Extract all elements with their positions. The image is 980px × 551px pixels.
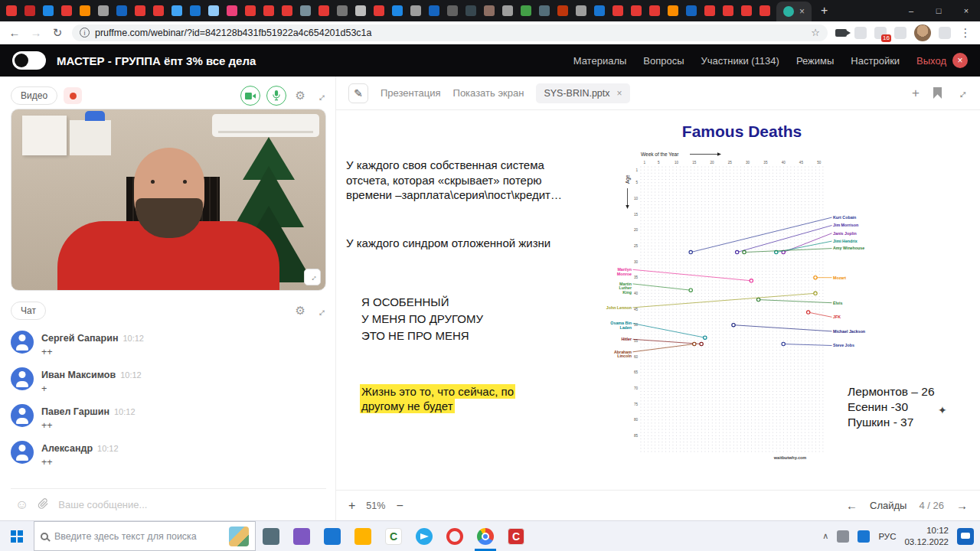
browser-tab-favicon[interactable] [80,5,90,16]
browser-tab-favicon[interactable] [318,5,329,16]
nav-participants[interactable]: Участники (1134) [701,55,779,67]
browser-tab-favicon[interactable] [760,5,770,16]
start-button[interactable] [0,521,34,551]
extension-icon-2[interactable] [894,27,906,39]
add-presentation-icon[interactable]: + [912,86,920,101]
window-maximize-button[interactable]: □ [925,0,952,21]
mic-toggle-icon[interactable] [266,86,286,106]
emoji-icon[interactable]: ☺ [15,497,28,513]
taskbar-task-view-icon[interactable] [256,521,286,551]
browser-tab-favicon[interactable] [704,5,715,16]
taskbar-app-icon-2[interactable]: С [378,521,409,551]
browser-tab-favicon[interactable] [631,5,642,16]
window-close-button[interactable]: × [952,0,980,21]
browser-tab-favicon[interactable] [410,5,421,16]
clock[interactable]: 10:12 03.12.2022 [904,525,949,548]
tray-icon-1[interactable] [837,530,849,543]
browser-tab-favicon[interactable] [392,5,403,16]
pruffme-logo[interactable] [12,51,46,70]
tab-close-icon[interactable]: × [799,6,805,17]
new-tab-button[interactable]: + [821,4,828,18]
browser-tab-favicon[interactable] [355,5,366,16]
browser-tab-favicon[interactable] [245,5,256,16]
browser-tab-favicon[interactable] [153,5,164,16]
taskbar-app-icon-3[interactable]: C [501,521,531,551]
extension-icon-3[interactable] [939,27,951,39]
taskbar-mail-icon[interactable] [317,521,348,551]
message-author[interactable]: Иван Максимов [41,370,116,380]
taskbar-chrome-icon[interactable] [470,521,501,551]
browser-tab-favicon[interactable] [521,5,531,16]
video-settings-gear-icon[interactable]: ⚙ [296,89,305,103]
browser-tab-favicon[interactable] [741,5,752,16]
bookmark-icon[interactable] [933,87,942,99]
extensions-puzzle-icon[interactable]: 16 [874,27,887,39]
next-slide-icon[interactable]: → [956,499,968,512]
nav-materials[interactable]: Материалы [573,55,627,67]
exit-close-icon[interactable]: × [952,53,968,68]
chat-title[interactable]: Чат [11,302,46,320]
browser-tab-favicon[interactable] [43,5,54,16]
browser-tab-favicon[interactable] [612,5,623,16]
browser-tab-favicon[interactable] [337,5,348,16]
forward-icon[interactable]: → [29,26,43,39]
browser-tab-favicon[interactable] [6,5,17,16]
browser-tab-favicon[interactable] [300,5,311,16]
browser-tab-favicon[interactable] [98,5,109,16]
browser-tab-favicon[interactable] [374,5,384,16]
tab-pptx-file[interactable]: SYS-BRIN.pptx × [536,83,629,103]
prev-slide-icon[interactable]: ← [846,499,858,512]
extension-icon-1[interactable] [854,27,867,39]
browser-tab-favicon[interactable] [502,5,513,16]
tray-chevron-up-icon[interactable]: ∧ [822,531,828,541]
exit-link[interactable]: Выход [916,55,946,67]
language-indicator[interactable]: РУС [878,532,896,541]
chat-expand-icon[interactable]: ↔ [312,302,329,320]
tab-presentation[interactable]: Презентация [381,87,441,99]
browser-tab-favicon[interactable] [263,5,274,16]
back-icon[interactable]: ← [8,26,21,39]
video-fullscreen-icon[interactable]: ↔ [304,269,321,285]
message-author[interactable]: Павел Гаршин [41,406,109,417]
tray-icon-2[interactable] [858,530,870,543]
url-bar[interactable]: i pruffme.com/webinar/?id=842128b431fb51… [72,24,828,41]
browser-tab-favicon[interactable] [686,5,697,16]
site-info-icon[interactable]: i [80,28,90,37]
camera-in-use-icon[interactable] [835,29,847,37]
browser-tab-favicon[interactable] [557,5,568,16]
browser-tab-favicon[interactable] [135,5,145,16]
taskbar-telegram-icon[interactable] [409,521,439,551]
taskbar-folder-icon[interactable] [348,521,378,551]
nav-settings[interactable]: Настройки [851,55,900,67]
search-daily-image[interactable] [229,527,249,546]
presentation-expand-icon[interactable]: ↔ [952,83,971,102]
nav-questions[interactable]: Вопросы [643,55,684,67]
nav-modes[interactable]: Режимы [796,55,834,67]
browser-tab-favicon[interactable] [668,5,678,16]
browser-tab-favicon[interactable] [447,5,458,16]
message-author[interactable]: Александр [41,443,93,454]
browser-tab-favicon[interactable] [576,5,586,16]
browser-tab-favicon[interactable] [190,5,201,16]
video-label[interactable]: Видео [11,86,57,105]
taskbar-search[interactable] [34,521,256,551]
browser-tab-favicon[interactable] [466,5,476,16]
browser-tab-favicon[interactable] [61,5,72,16]
tab-share-screen[interactable]: Показать экран [453,87,524,99]
attachment-icon[interactable] [38,497,49,512]
browser-tab-favicon[interactable] [539,5,550,16]
browser-tab-favicon[interactable] [594,5,605,16]
browser-tab-favicon[interactable] [172,5,182,16]
draw-pencil-icon[interactable]: ✎ [348,83,368,103]
browser-tab-favicon[interactable] [484,5,495,16]
profile-avatar[interactable] [914,24,931,41]
browser-tab-favicon[interactable] [24,5,35,16]
browser-tab-favicon[interactable] [227,5,237,16]
taskbar-opera-icon[interactable] [439,521,470,551]
browser-tab-favicon[interactable] [116,5,127,16]
taskbar-app-icon-1[interactable] [286,521,317,551]
browser-tab-favicon[interactable] [649,5,660,16]
message-author[interactable]: Сергей Сапарин [41,333,118,344]
browser-tab-favicon[interactable] [723,5,733,16]
window-minimize-button[interactable]: – [897,0,925,21]
